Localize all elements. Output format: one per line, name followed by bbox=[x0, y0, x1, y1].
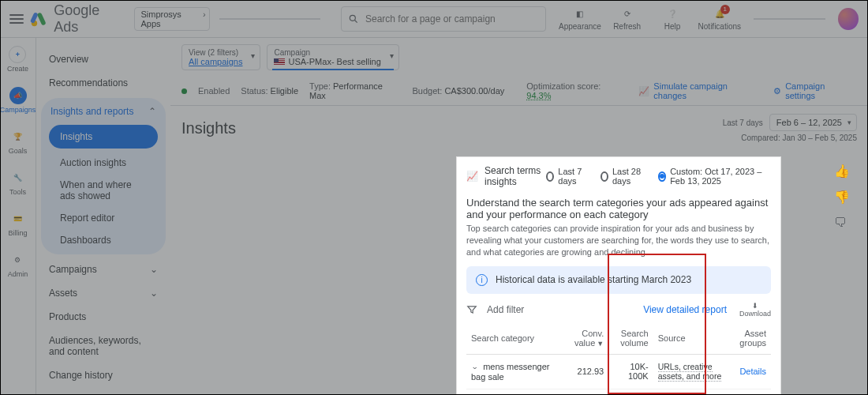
panel-heading: Understand the search term categories yo… bbox=[466, 197, 771, 220]
sidebar-auction[interactable]: Auction insights bbox=[49, 152, 158, 174]
source-cell: URLs, creative assets, and more bbox=[653, 354, 733, 389]
svg-line-4 bbox=[355, 20, 357, 22]
info-banner: i Historical data is available starting … bbox=[466, 266, 771, 294]
thumbs-down-icon[interactable]: 👎 bbox=[834, 190, 850, 205]
product-name: Google Ads bbox=[54, 2, 121, 36]
page-title-row: Insights Last 7 days Feb 6 – 12, 2025 Co… bbox=[170, 106, 868, 147]
status-opt-score: Optimization score: 94.3% bbox=[526, 81, 627, 100]
col-search-volume[interactable]: Search volume bbox=[608, 322, 653, 355]
account-chip[interactable]: Simprosys Apps bbox=[134, 7, 210, 31]
rail-admin[interactable]: ⚙Admin bbox=[8, 251, 28, 278]
col-asset-groups[interactable]: Asset groups bbox=[733, 322, 771, 355]
date-range-picker[interactable]: Feb 6 – 12, 2025 bbox=[769, 114, 857, 131]
note-icon[interactable]: 🗨 bbox=[834, 216, 850, 230]
feedback-rail: 👍 👎 🗨 bbox=[834, 164, 850, 230]
insights-panel: 👍 👎 🗨 📈 Search terms insights Last 7 day… bbox=[456, 156, 781, 395]
sidebar-audiences[interactable]: Audiences, keywords, and content bbox=[41, 329, 166, 363]
category-name: mens messenger bag sale bbox=[471, 362, 550, 382]
menu-icon[interactable] bbox=[9, 11, 24, 27]
chevron-down-icon bbox=[150, 264, 158, 275]
search-input[interactable] bbox=[365, 13, 539, 24]
appearance-icon: ◧ bbox=[573, 6, 587, 21]
simulate-link[interactable]: 📈Simulate campaign changes bbox=[638, 81, 762, 100]
account-underline bbox=[219, 18, 320, 20]
search-icon bbox=[348, 13, 359, 24]
avatar[interactable] bbox=[838, 8, 859, 30]
sidebar-insights-active[interactable]: Insights bbox=[49, 125, 158, 149]
rail-tools[interactable]: 🔧Tools bbox=[9, 169, 27, 196]
details-link[interactable]: Details bbox=[739, 367, 766, 376]
radio-last28[interactable]: Last 28 days bbox=[600, 167, 645, 186]
svg-point-3 bbox=[350, 15, 355, 21]
megaphone-icon: 📣 bbox=[9, 87, 27, 104]
header: Google Ads Simprosys Apps ◧Appearance ⟳R… bbox=[0, 0, 868, 38]
chevron-up-icon bbox=[148, 106, 156, 117]
view-bar: View (2 filters) All campaigns Campaign … bbox=[170, 38, 868, 77]
rail-billing[interactable]: 💳Billing bbox=[8, 210, 27, 237]
col-search-category[interactable]: Search category bbox=[466, 322, 568, 355]
date-radio-group: Last 7 days Last 28 days Custom: Oct 17,… bbox=[546, 167, 771, 186]
rail-campaigns[interactable]: 📣Campaigns bbox=[0, 87, 36, 114]
panel-breadcrumb: 📈 Search terms insights bbox=[466, 165, 546, 187]
rail-goals[interactable]: 🏆Goals bbox=[9, 128, 28, 155]
refresh-button[interactable]: ⟳Refresh bbox=[608, 6, 646, 31]
sidebar-recommendations[interactable]: Recommendations bbox=[41, 71, 166, 95]
download-icon: ⬇ bbox=[752, 302, 758, 310]
sidebar-campaigns[interactable]: Campaigns bbox=[41, 258, 166, 281]
sidebar-insights-reports[interactable]: Insights and reports bbox=[41, 101, 166, 122]
google-ads-logo bbox=[30, 9, 47, 28]
sidebar-when-where[interactable]: When and where ads showed bbox=[49, 174, 158, 207]
filter-icon[interactable] bbox=[466, 304, 477, 315]
status-budget: Budget:CA$300.00/day bbox=[413, 86, 505, 96]
trend-icon: 📈 bbox=[466, 171, 478, 182]
appearance-button[interactable]: ◧Appearance bbox=[559, 6, 601, 31]
notifications-button[interactable]: 🔔1Notifications bbox=[698, 6, 741, 31]
add-filter[interactable]: Add filter bbox=[487, 304, 524, 315]
page-title: Insights bbox=[181, 119, 236, 137]
sidebar-change-history[interactable]: Change history bbox=[41, 363, 166, 387]
campaign-selector[interactable]: Campaign USA-PMax- Best selling bbox=[267, 44, 398, 70]
campaign-settings-link[interactable]: ⚙Campaign settings bbox=[773, 81, 857, 100]
status-status: Status:Eligible bbox=[241, 86, 298, 96]
source-cell: Search themesURLs, creative assets, and … bbox=[653, 389, 733, 395]
view-selector[interactable]: View (2 filters) All campaigns bbox=[181, 44, 260, 70]
download-button[interactable]: ⬇Download bbox=[739, 302, 771, 318]
left-rail: +Create 📣Campaigns 🏆Goals 🔧Tools 💳Billin… bbox=[0, 38, 36, 395]
search-volume: 10K-100K bbox=[608, 354, 653, 389]
conv-value: 212.93 bbox=[568, 354, 608, 389]
chart-icon: 📈 bbox=[638, 86, 649, 96]
sort-desc-icon: ▼ bbox=[597, 340, 604, 348]
status-type: Type:Performance Max bbox=[309, 81, 401, 100]
svg-rect-1 bbox=[30, 12, 39, 24]
rail-create[interactable]: +Create bbox=[7, 46, 28, 73]
main: View (2 filters) All campaigns Campaign … bbox=[170, 38, 868, 395]
wrench-icon: 🔧 bbox=[9, 169, 27, 186]
plus-icon: + bbox=[9, 46, 26, 63]
sidebar-assets[interactable]: Assets bbox=[41, 281, 166, 305]
sidebar-dashboards[interactable]: Dashboards bbox=[49, 229, 158, 251]
trophy-icon: 🏆 bbox=[9, 128, 26, 145]
help-icon: ❔ bbox=[665, 6, 679, 21]
radio-last7[interactable]: Last 7 days bbox=[546, 167, 588, 186]
col-conv-value[interactable]: Conv. value▼ bbox=[568, 322, 608, 355]
help-button[interactable]: ❔Help bbox=[653, 6, 691, 31]
refresh-icon: ⟳ bbox=[620, 6, 634, 21]
view-detailed-report-link[interactable]: View detailed report bbox=[643, 304, 727, 315]
thumbs-up-icon[interactable]: 👍 bbox=[834, 164, 850, 179]
gear-icon: ⚙ bbox=[773, 86, 781, 96]
col-source[interactable]: Source bbox=[653, 322, 733, 355]
sidebar: Overview Recommendations Insights and re… bbox=[36, 38, 170, 395]
sidebar-report-editor[interactable]: Report editor bbox=[49, 207, 158, 229]
info-icon: i bbox=[476, 274, 488, 286]
header-line bbox=[754, 18, 826, 20]
sidebar-overview[interactable]: Overview bbox=[41, 47, 166, 71]
search-category-table: Search category Conv. value▼ Search volu… bbox=[466, 322, 771, 395]
sidebar-products[interactable]: Products bbox=[41, 305, 166, 329]
gear-icon: ⚙ bbox=[9, 251, 26, 269]
svg-rect-2 bbox=[37, 12, 47, 25]
expand-icon[interactable]: ⌄ bbox=[471, 363, 478, 371]
date-area: Last 7 days Feb 6 – 12, 2025 Compared: J… bbox=[723, 114, 857, 142]
search-box[interactable] bbox=[341, 6, 546, 32]
date-compared: Compared: Jan 30 – Feb 5, 2025 bbox=[741, 134, 857, 142]
radio-custom[interactable]: Custom: Oct 17, 2023 – Feb 13, 2025 bbox=[658, 167, 771, 186]
